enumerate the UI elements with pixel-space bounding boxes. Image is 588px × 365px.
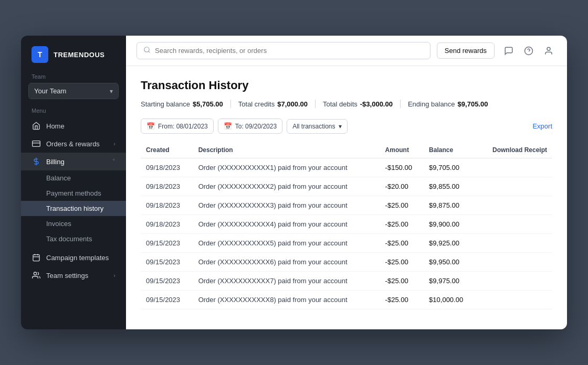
- sidebar-item-label: Home: [46, 122, 65, 130]
- cell-description: Order (XXXXXXXXXXX2) paid from your acco…: [193, 177, 380, 196]
- cell-download: [476, 291, 552, 309]
- transaction-type-filter[interactable]: All transactions ▾: [287, 119, 347, 134]
- cell-amount: -$25.00: [380, 272, 424, 291]
- col-balance: Balance: [424, 142, 476, 158]
- sidebar-item-label: Orders & rewards: [46, 140, 100, 148]
- top-bar: Send rewards: [126, 36, 567, 66]
- cell-created: 09/18/2023: [141, 196, 193, 215]
- cell-created: 09/15/2023: [141, 291, 193, 309]
- to-date-filter[interactable]: 📅 To: 09/20/2023: [218, 119, 282, 134]
- cell-balance: $9,950.00: [424, 253, 476, 272]
- svg-point-8: [144, 47, 149, 52]
- cell-created: 09/18/2023: [141, 158, 193, 177]
- cell-balance: $9,705.00: [424, 158, 476, 177]
- svg-point-7: [34, 272, 36, 275]
- sidebar-item-label: Campaign templates: [46, 254, 109, 262]
- divider: [400, 100, 401, 108]
- cell-created: 09/15/2023: [141, 234, 193, 253]
- credit-card-icon: [32, 139, 41, 148]
- divider: [230, 100, 231, 108]
- transaction-type-label: All transactions: [292, 123, 335, 130]
- sidebar-item-home[interactable]: Home: [21, 117, 126, 135]
- cell-created: 09/18/2023: [141, 177, 193, 196]
- cell-description: Order (XXXXXXXXXXX3) paid from your acco…: [193, 196, 380, 215]
- menu-label: Menu: [21, 108, 126, 114]
- cell-download: [476, 158, 552, 177]
- col-created: Created: [141, 142, 193, 158]
- sidebar-logo: T TREMENDOUS: [21, 46, 126, 73]
- cell-download: [476, 253, 552, 272]
- transaction-table: Created Description Amount Balance Downl…: [141, 142, 552, 309]
- filters-row: 📅 From: 08/01/2023 📅 To: 09/20/2023 All …: [141, 119, 552, 134]
- sidebar-subitem-payment-methods[interactable]: Payment methods: [21, 186, 126, 201]
- user-icon[interactable]: [541, 43, 556, 59]
- logo-icon: T: [32, 46, 48, 63]
- modal-container: T TREMENDOUS Team Your Team ▾ Menu Home …: [21, 36, 567, 329]
- cell-download: [476, 196, 552, 215]
- cell-amount: -$150.00: [380, 158, 424, 177]
- cell-description: Order (XXXXXXXXXXX6) paid from your acco…: [193, 253, 380, 272]
- calendar-icon: 📅: [146, 122, 155, 130]
- team-selector[interactable]: Your Team ▾: [28, 83, 119, 99]
- cell-balance: $10,000.00: [424, 291, 476, 309]
- cell-balance: $9,855.00: [424, 177, 476, 196]
- cell-created: 09/15/2023: [141, 253, 193, 272]
- chevron-down-icon: ▾: [339, 123, 342, 130]
- main-content: Send rewards Transaction History Startin…: [126, 36, 567, 329]
- ending-balance-value: $9,705.00: [458, 100, 488, 108]
- divider: [315, 100, 316, 108]
- sidebar-item-team-settings[interactable]: Team settings ›: [21, 266, 126, 284]
- table-row: 09/18/2023 Order (XXXXXXXXXXX4) paid fro…: [141, 215, 552, 234]
- sidebar-item-billing[interactable]: Billing ˅: [21, 153, 126, 170]
- chevron-right-icon: ›: [113, 272, 116, 278]
- cell-download: [476, 234, 552, 253]
- cell-balance: $9,925.00: [424, 234, 476, 253]
- cell-created: 09/15/2023: [141, 272, 193, 291]
- help-icon[interactable]: [521, 43, 537, 59]
- table-row: 09/18/2023 Order (XXXXXXXXXXX3) paid fro…: [141, 196, 552, 215]
- sidebar-item-label: Billing: [46, 158, 65, 166]
- team-section-label: Team: [21, 73, 126, 80]
- cell-description: Order (XXXXXXXXXXX4) paid from your acco…: [193, 215, 380, 234]
- from-date-filter[interactable]: 📅 From: 08/01/2023: [141, 119, 214, 134]
- home-icon: [32, 121, 41, 131]
- chevron-down-icon: ˅: [112, 158, 116, 165]
- col-download: Download Receipt: [476, 142, 552, 158]
- export-button[interactable]: Export: [532, 122, 552, 130]
- sidebar-subitem-invoices[interactable]: Invoices: [21, 216, 126, 231]
- search-box[interactable]: [136, 42, 430, 59]
- sidebar: T TREMENDOUS Team Your Team ▾ Menu Home …: [21, 36, 126, 329]
- cell-download: [476, 272, 552, 291]
- cell-description: Order (XXXXXXXXXXX5) paid from your acco…: [193, 234, 380, 253]
- starting-balance-label: Starting balance: [141, 100, 190, 108]
- sidebar-subitem-tax-documents[interactable]: Tax documents: [21, 231, 126, 246]
- chevron-right-icon: ›: [113, 141, 116, 147]
- cell-balance: $9,975.00: [424, 272, 476, 291]
- users-icon: [32, 271, 41, 280]
- to-date-label: To: 09/20/2023: [235, 123, 277, 130]
- total-credits-value: $7,000.00: [277, 100, 308, 108]
- cell-description: Order (XXXXXXXXXXX1) paid from your acco…: [193, 158, 380, 177]
- cell-amount: -$25.00: [380, 253, 424, 272]
- cell-created: 09/18/2023: [141, 215, 193, 234]
- sidebar-item-campaign-templates[interactable]: Campaign templates: [21, 249, 126, 266]
- cell-description: Order (XXXXXXXXXXX8) paid from your acco…: [193, 291, 380, 309]
- team-selector-value: Your Team: [34, 87, 66, 95]
- total-debits-value: -$3,000.00: [360, 100, 393, 108]
- cell-download: [476, 177, 552, 196]
- cell-amount: -$25.00: [380, 234, 424, 253]
- sidebar-subitem-balance[interactable]: Balance: [21, 170, 126, 186]
- total-credits-label: Total credits: [238, 100, 275, 108]
- send-rewards-button[interactable]: Send rewards: [437, 42, 495, 59]
- cell-amount: -$25.00: [380, 215, 424, 234]
- sidebar-item-orders[interactable]: Orders & rewards ›: [21, 135, 126, 153]
- sidebar-subitem-transaction-history[interactable]: Transaction history: [21, 201, 126, 216]
- table-row: 09/18/2023 Order (XXXXXXXXXXX2) paid fro…: [141, 177, 552, 196]
- table-row: 09/18/2023 Order (XXXXXXXXXXX1) paid fro…: [141, 158, 552, 177]
- balance-bar: Starting balance $5,705.00 Total credits…: [141, 100, 552, 108]
- cell-amount: -$25.00: [380, 196, 424, 215]
- search-input[interactable]: [155, 47, 424, 55]
- svg-rect-3: [33, 255, 39, 261]
- chat-icon[interactable]: [501, 43, 517, 59]
- col-description: Description: [193, 142, 380, 158]
